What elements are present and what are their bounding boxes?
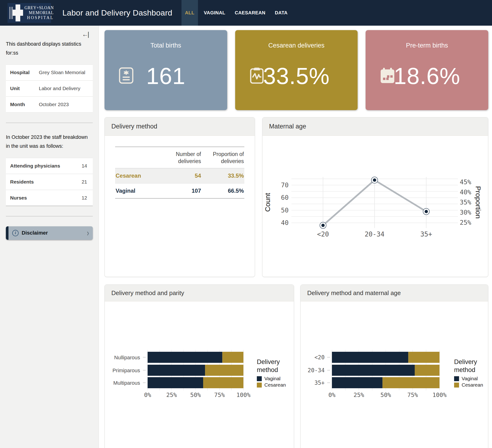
bar-Multiparous-Cesarean [203, 377, 243, 388]
tab-caesarean[interactable]: CAESAREAN [231, 0, 269, 26]
nav-tabs: ALL VAGINAL CAESAREAN DATA [180, 0, 292, 26]
info-label: Hospital [10, 70, 39, 75]
parity-card: Delivery method and parity NulliparousPr… [104, 284, 294, 448]
info-icon: i [12, 230, 19, 236]
parity-chart-svg: NulliparousPrimiparousMultiparous0%25%50… [105, 301, 294, 448]
value-box-total-births: Total births 161 [104, 30, 227, 110]
age-band-stacked-bar-chart: <2020-3435+0%25%50%75%100%Deliverymethod… [301, 301, 488, 448]
sidebar-divider [6, 123, 93, 123]
staff-label: Nurses [10, 195, 27, 201]
row-label: Cesarean [115, 168, 161, 183]
y-tick-left: 70 [281, 181, 289, 189]
value-box-preterm-births: Pre-term births 18.6% [366, 30, 488, 110]
bar-Primiparous-Cesarean [205, 365, 243, 376]
point-35+ [425, 210, 428, 213]
card-title: Delivery method [105, 117, 255, 136]
cell-proportion: 33.5% [202, 168, 244, 183]
staff-value: 21 [82, 179, 87, 185]
clipboard-pulse-icon [249, 67, 265, 85]
x-tick: <20 [317, 230, 329, 238]
navbar: GREY+SLOAN MEMORIAL HOSPITAL Labor and D… [0, 0, 492, 26]
value-boxes-row: Total births 161 Cesarean deliveries [104, 30, 488, 110]
maternal-age-line-chart: 4050607025%30%35%40%45%<2020-3435+CountP… [263, 136, 488, 277]
logo-line-2: MEMORIAL [24, 10, 54, 15]
x-tick: 50% [380, 391, 391, 398]
bar-Nulliparous-Vaginal [148, 352, 222, 363]
legend-swatch-Cesarean [257, 383, 262, 388]
ageband-chart-svg: <2020-3435+0%25%50%75%100%Deliverymethod… [301, 301, 488, 448]
bar-<20-Vaginal [332, 352, 408, 363]
category-label: 35+ [315, 379, 325, 386]
disclaimer-accordion-button[interactable]: i Disclaimer › [6, 226, 93, 240]
chevron-right-icon: › [87, 228, 89, 239]
maternal-age-card: Maternal age 4050607025%30%35%40%45%<202… [262, 117, 488, 277]
hospital-logo: GREY+SLOAN MEMORIAL HOSPITAL [8, 3, 51, 23]
column-header-proportion: Proportion of deliveries [202, 147, 244, 168]
cell-count: 107 [161, 183, 202, 198]
card-title: Delivery method and maternal age [301, 285, 488, 301]
table-row: Unit Labor and Delivery [6, 81, 93, 97]
x-tick: 100% [432, 391, 447, 398]
staff-value: 12 [82, 195, 87, 201]
legend-swatch-Vaginal [454, 376, 459, 381]
info-value: Grey Sloan Memorial [39, 70, 85, 75]
main-content: Total births 161 Cesarean deliveries [99, 26, 492, 448]
info-value: October 2023 [39, 102, 69, 107]
category-label: Multiparous [113, 380, 140, 386]
bar-Multiparous-Vaginal [148, 377, 203, 388]
category-label: <20 [315, 354, 325, 361]
value-box-value: 161 [146, 64, 185, 88]
info-label: Month [10, 102, 39, 107]
info-label: Unit [10, 86, 39, 91]
logo-line-3: HOSPITAL [24, 15, 54, 20]
delivery-method-card: Delivery method Number of deliveries Pro… [104, 117, 255, 277]
legend-swatch-Cesarean [454, 383, 459, 388]
line-chart-svg: 4050607025%30%35%40%45%<2020-3435+CountP… [263, 136, 488, 277]
bar-35+-Vaginal [332, 377, 382, 388]
logo-line-1: GREY+SLOAN [24, 5, 54, 10]
tab-all[interactable]: ALL [182, 0, 198, 26]
age-band-card: Delivery method and maternal age <2020-3… [300, 284, 488, 448]
x-tick: 100% [236, 391, 250, 398]
y-tick-right: 45% [460, 178, 471, 186]
x-tick: 25% [166, 391, 177, 398]
tab-data[interactable]: DATA [271, 0, 291, 26]
legend-label-Cesarean: Cesarean [462, 382, 483, 388]
value-box-value: 18.6% [394, 64, 460, 88]
y-tick-left: 40 [281, 219, 289, 226]
y-axis-label-left: Count [264, 193, 271, 212]
sidebar-collapse-icon[interactable]: ←| [82, 31, 89, 38]
parity-stacked-bar-chart: NulliparousPrimiparousMultiparous0%25%50… [105, 301, 294, 448]
legend-title: method [257, 366, 278, 373]
y-axis-label-right: Proportion [474, 186, 482, 219]
bar-35+-Cesarean [382, 377, 440, 388]
legend-label-Cesarean: Cesarean [264, 382, 286, 388]
tab-vaginal[interactable]: VAGINAL [200, 0, 229, 26]
legend-title: method [454, 366, 475, 373]
table-row-vaginal: Vaginal 107 66.5% [115, 183, 244, 198]
bar-Primiparous-Vaginal [148, 365, 205, 376]
category-label: Nulliparous [114, 355, 140, 360]
info-value: Labor and Delivery [39, 86, 80, 91]
disclaimer-label: Disclaimer [22, 230, 48, 236]
bar-20-34-Cesarean [415, 365, 440, 376]
column-header-number: Number of deliveries [161, 147, 202, 168]
y-tick-right: 25% [460, 219, 471, 226]
bar-<20-Cesarean [408, 352, 440, 363]
legend-label-Vaginal: Vaginal [462, 376, 478, 381]
sidebar-intro-text: This dashboard displays statistics for:s… [6, 40, 93, 57]
staff-label: Attending physicians [10, 163, 60, 169]
table-row: Nurses 12 [6, 190, 93, 206]
x-tick: 25% [354, 391, 364, 398]
x-tick: 20-34 [365, 230, 384, 238]
table-row: Month October 2023 [6, 97, 93, 113]
cell-count: 54 [161, 168, 202, 183]
card-title: Maternal age [263, 117, 488, 136]
x-tick: 0% [328, 391, 336, 398]
y-tick-left: 50 [281, 207, 289, 214]
y-tick-right: 30% [460, 209, 471, 216]
table-row: Residents 21 [6, 174, 93, 190]
hospital-cross-icon [9, 4, 23, 21]
value-box-title: Cesarean deliveries [235, 42, 358, 49]
table-row-cesarean: Cesarean 54 33.5% [115, 168, 244, 183]
